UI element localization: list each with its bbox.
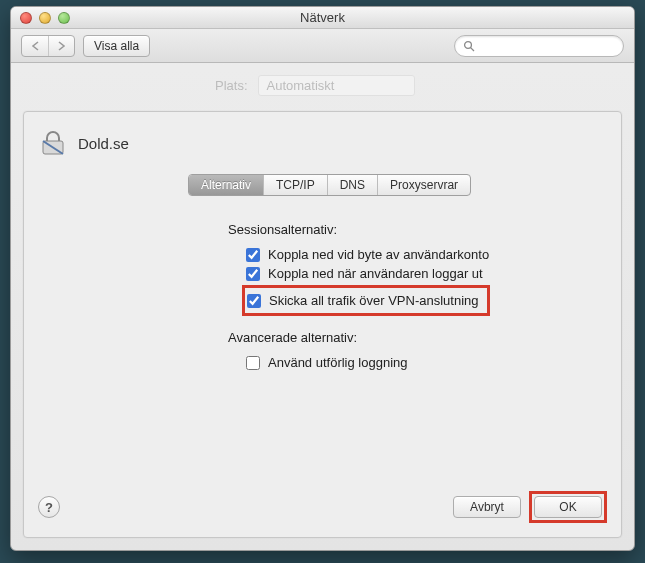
- session-options-label: Sessionsalternativ:: [228, 222, 601, 237]
- advanced-sheet: Dold.se Alternativ TCP/IP DNS Proxyservr…: [23, 111, 622, 538]
- network-preferences-window: Nätverk Visa alla Plats: Automa: [10, 6, 635, 551]
- tab-alternativ[interactable]: Alternativ: [189, 175, 264, 195]
- nav-segmented-control: [21, 35, 75, 57]
- window-title: Nätverk: [11, 10, 634, 25]
- checkbox-verbose-logging[interactable]: [246, 356, 260, 370]
- minimize-window-button[interactable]: [39, 12, 51, 24]
- search-field[interactable]: [454, 35, 624, 57]
- highlight-send-all-traffic: Skicka all trafik över VPN-anslutning: [242, 285, 490, 316]
- checkbox-disconnect-on-user-switch[interactable]: [246, 248, 260, 262]
- content-area: Plats: Automatiskt Wi-Fi Bluetooth-PAN T…: [11, 63, 634, 550]
- option-label: Koppla ned vid byte av användarkonto: [268, 247, 489, 262]
- help-button[interactable]: ?: [38, 496, 60, 518]
- sheet-footer: ? Avbryt OK: [24, 481, 621, 537]
- chevron-left-icon: [31, 41, 40, 51]
- tab-bar: Alternativ TCP/IP DNS Proxyservrar: [188, 174, 471, 196]
- tab-label: TCP/IP: [276, 178, 315, 192]
- option-label: Skicka all trafik över VPN-anslutning: [269, 293, 479, 308]
- options-panel: Sessionsalternativ: Koppla ned vid byte …: [24, 196, 621, 372]
- ok-button[interactable]: OK: [534, 496, 602, 518]
- cancel-label: Avbryt: [470, 500, 504, 514]
- checkbox-send-all-traffic[interactable]: [247, 294, 261, 308]
- option-send-all-traffic: Skicka all trafik över VPN-anslutning: [247, 291, 479, 310]
- checkbox-disconnect-on-logout[interactable]: [246, 267, 260, 281]
- chevron-right-icon: [57, 41, 66, 51]
- tab-label: DNS: [340, 178, 365, 192]
- back-button[interactable]: [22, 36, 48, 56]
- svg-point-0: [465, 41, 472, 48]
- search-input[interactable]: [479, 39, 629, 53]
- svg-line-1: [471, 47, 474, 50]
- tab-tcpip[interactable]: TCP/IP: [264, 175, 328, 195]
- help-icon: ?: [45, 500, 53, 515]
- tab-proxyservrar[interactable]: Proxyservrar: [378, 175, 470, 195]
- titlebar: Nätverk: [11, 7, 634, 29]
- option-disconnect-on-logout: Koppla ned när användaren loggar ut: [228, 264, 601, 283]
- tab-dns[interactable]: DNS: [328, 175, 378, 195]
- highlight-ok: OK: [529, 491, 607, 523]
- toolbar: Visa alla: [11, 29, 634, 63]
- zoom-window-button[interactable]: [58, 12, 70, 24]
- search-icon: [463, 40, 475, 52]
- vpn-connection-name: Dold.se: [78, 135, 129, 152]
- show-all-label: Visa alla: [94, 39, 139, 53]
- tab-label: Alternativ: [201, 178, 251, 192]
- option-verbose-logging: Använd utförlig loggning: [228, 353, 601, 372]
- ok-label: OK: [559, 500, 576, 514]
- vpn-lock-icon: [38, 128, 68, 158]
- vpn-header: Dold.se: [24, 112, 621, 168]
- tab-label: Proxyservrar: [390, 178, 458, 192]
- show-all-button[interactable]: Visa alla: [83, 35, 150, 57]
- option-label: Koppla ned när användaren loggar ut: [268, 266, 483, 281]
- cancel-button[interactable]: Avbryt: [453, 496, 521, 518]
- advanced-options-label: Avancerade alternativ:: [228, 330, 601, 345]
- option-label: Använd utförlig loggning: [268, 355, 408, 370]
- forward-button[interactable]: [48, 36, 74, 56]
- close-window-button[interactable]: [20, 12, 32, 24]
- option-disconnect-on-user-switch: Koppla ned vid byte av användarkonto: [228, 245, 601, 264]
- window-controls: [11, 12, 70, 24]
